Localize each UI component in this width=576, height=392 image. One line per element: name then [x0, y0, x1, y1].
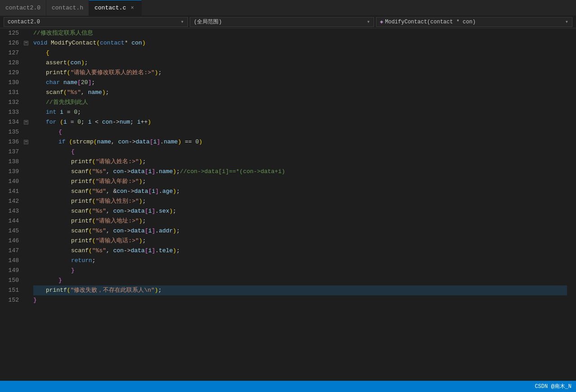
fold-indicator: [22, 216, 30, 226]
line-number: 152: [2, 295, 19, 305]
token-paren: (: [96, 38, 100, 48]
token-bracket: {: [58, 127, 62, 137]
indent-space: [33, 147, 71, 157]
code-line: {: [33, 127, 567, 137]
token-paren: (: [89, 226, 92, 236]
line-number: 133: [2, 107, 19, 117]
token-str: "请输入年龄:>": [96, 177, 139, 187]
fold-indicator: [22, 246, 30, 256]
fold-indicator[interactable]: −: [22, 38, 30, 48]
token-plain: ->: [124, 226, 131, 236]
token-fn: printf: [71, 157, 92, 167]
tab-close-button[interactable]: ×: [129, 4, 136, 12]
tab-bar: contact2.0 contact.h contact.c ×: [0, 0, 576, 16]
token-bracket: [: [145, 167, 148, 177]
token-str: "请输入地址:>": [96, 216, 139, 226]
token-fn: scanf: [46, 88, 63, 98]
code-line: assert(con);: [33, 58, 567, 68]
token-paren: ): [155, 285, 158, 295]
token-plain: .: [159, 187, 162, 196]
token-member: name: [164, 137, 178, 147]
token-var: i: [88, 117, 92, 127]
indent-space: [33, 88, 46, 98]
token-plain: .: [155, 226, 159, 236]
fold-indicator: [22, 78, 30, 88]
code-container[interactable]: 1251261271281291301311321331341351361371…: [0, 28, 576, 381]
token-kw-type: char: [46, 78, 60, 88]
token-plain: ,: [106, 167, 113, 177]
token-plain: ;: [173, 206, 176, 216]
nav-scope-left[interactable]: contact2.0 ▾: [4, 17, 188, 27]
indent-space: [33, 246, 71, 256]
indent-space: [33, 187, 71, 196]
indent-space: [33, 276, 58, 285]
code-line: char name[20];: [33, 78, 567, 88]
fold-indicator: [22, 187, 30, 196]
fold-indicator[interactable]: −: [22, 117, 30, 127]
fold-indicator: [22, 127, 30, 137]
token-plain: ;: [176, 226, 180, 236]
line-number: 132: [2, 98, 19, 107]
line-number: 144: [2, 216, 19, 226]
line-number: 146: [2, 236, 19, 246]
token-fn: scanf: [71, 187, 89, 196]
token-var: i: [63, 117, 67, 127]
token-var: con: [118, 137, 129, 147]
token-member: data: [131, 206, 145, 216]
token-plain: ;: [91, 78, 95, 88]
line-number: 130: [2, 78, 19, 88]
code-line: printf("请输入年龄:>");: [33, 177, 567, 187]
token-bracket: ]: [152, 226, 156, 236]
line-number: 138: [2, 157, 19, 167]
tab-contact2[interactable]: contact2.0: [0, 0, 46, 16]
token-plain: ;: [176, 246, 180, 256]
indent-space: [33, 58, 46, 68]
token-member: sex: [159, 206, 169, 216]
token-kw: int: [46, 107, 56, 117]
indent-space: [33, 177, 71, 187]
token-paren: ): [139, 177, 143, 187]
code-line: //修改指定联系人信息: [33, 28, 567, 38]
token-plain: ,: [106, 206, 113, 216]
token-str: "请输入要修改联系人的姓名:>": [71, 68, 155, 78]
token-kw: return: [71, 256, 92, 266]
fold-indicator: [22, 266, 30, 276]
token-paren: (: [67, 285, 71, 295]
token-plain: ;: [77, 107, 81, 117]
token-var: i: [60, 107, 63, 117]
tab-label: contact2.0: [5, 4, 40, 11]
token-paren: (: [94, 137, 97, 147]
indent-space: [33, 236, 71, 246]
token-bracket: ]: [157, 137, 161, 147]
token-paren: ): [173, 187, 176, 196]
token-bracket: [: [145, 206, 148, 216]
token-paren: (: [63, 88, 67, 98]
line-numbers: 1251261271281291301311321331341351361371…: [0, 28, 22, 381]
token-var: con: [116, 187, 127, 196]
token-plain: ;: [143, 236, 146, 246]
token-str: "%s": [92, 226, 106, 236]
line-number: 128: [2, 58, 19, 68]
indent-space: [33, 48, 46, 58]
nav-scope-right[interactable]: ◈ ModifyContact(contact * con) ▾: [376, 17, 572, 27]
token-bracket: [: [150, 137, 153, 147]
fold-indicator: [22, 276, 30, 285]
tab-contact-c[interactable]: contact.c ×: [89, 0, 142, 16]
fold-indicator: [22, 48, 30, 58]
nav-scope-mid[interactable]: (全局范围) ▾: [190, 17, 374, 27]
tab-contact-h[interactable]: contact.h: [46, 0, 89, 16]
fold-indicator: [22, 285, 30, 295]
code-line: scanf("%s", con->data[i].sex);: [33, 206, 567, 216]
token-member: num: [120, 117, 130, 127]
code-line: }: [33, 295, 567, 305]
token-paren: ): [173, 167, 176, 177]
status-right: CSDN @南木_N: [535, 383, 572, 390]
fold-indicator[interactable]: −: [22, 137, 30, 147]
code-line: scanf("%s", con->data[i].addr);: [33, 226, 567, 236]
fold-column: −−−: [22, 28, 30, 381]
indent-space: [33, 68, 46, 78]
token-fn: scanf: [71, 246, 89, 256]
token-plain: .: [155, 206, 159, 216]
status-csdn: CSDN @南木_N: [535, 383, 572, 390]
token-kw-type: contact: [100, 38, 125, 48]
